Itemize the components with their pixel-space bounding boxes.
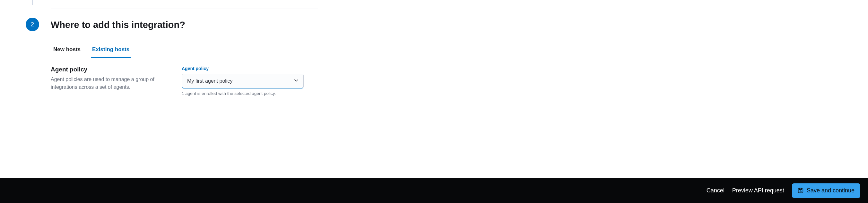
agent-policy-selected-value: My first agent policy xyxy=(187,78,232,84)
cancel-button[interactable]: Cancel xyxy=(707,187,724,194)
tab-existing-hosts[interactable]: Existing hosts xyxy=(91,43,131,58)
agent-policy-description: Agent policies are used to manage a grou… xyxy=(51,76,166,91)
footer-bar: Cancel Preview API request Save and cont… xyxy=(0,178,868,203)
tab-label: Existing hosts xyxy=(92,46,129,52)
preview-label: Preview API request xyxy=(732,187,784,194)
preview-api-button[interactable]: Preview API request xyxy=(732,187,784,194)
agent-policy-select[interactable]: My first agent policy xyxy=(182,74,304,88)
svg-point-3 xyxy=(800,191,801,192)
tab-label: New hosts xyxy=(53,46,81,52)
step-number: 2 xyxy=(31,21,34,28)
save-label: Save and continue xyxy=(807,187,855,194)
svg-rect-1 xyxy=(799,188,802,190)
save-icon xyxy=(798,187,804,193)
tab-new-hosts[interactable]: New hosts xyxy=(52,43,82,58)
agent-policy-heading: Agent policy xyxy=(51,66,166,73)
step-title: Where to add this integration? xyxy=(51,20,318,30)
agent-policy-field-label: Agent policy xyxy=(182,66,318,71)
save-and-continue-button[interactable]: Save and continue xyxy=(792,183,860,198)
host-tabs: New hosts Existing hosts xyxy=(51,43,318,58)
timeline-connector xyxy=(32,0,33,5)
agent-policy-helper: 1 agent is enrolled with the selected ag… xyxy=(182,91,318,96)
cancel-label: Cancel xyxy=(707,187,724,194)
chevron-down-icon xyxy=(294,78,299,84)
step-number-badge: 2 xyxy=(26,18,39,31)
divider xyxy=(51,8,318,8)
